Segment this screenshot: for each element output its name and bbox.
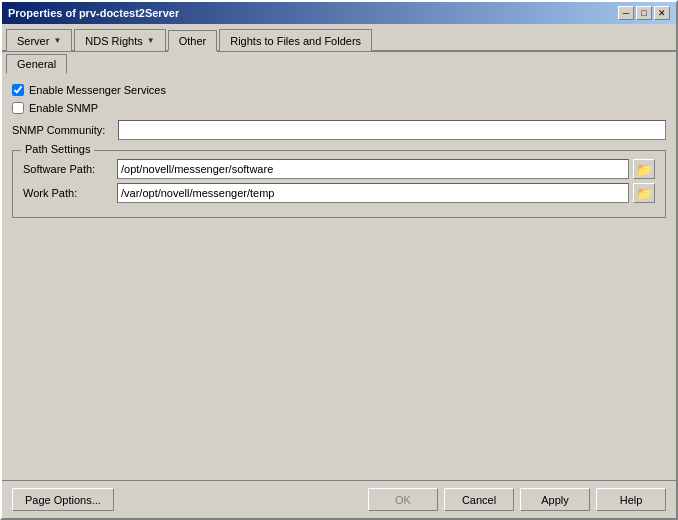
software-path-row: Software Path: 📁 [23,159,655,179]
tab-server-arrow: ▼ [53,36,61,45]
software-path-browse-button[interactable]: 📁 [633,159,655,179]
bottom-bar: Page Options... OK Cancel Apply Help [2,480,676,518]
tab-other-label: Other [179,35,207,47]
software-path-label: Software Path: [23,163,113,175]
enable-messenger-label: Enable Messenger Services [29,84,166,96]
help-button[interactable]: Help [596,488,666,511]
tab-nds-rights[interactable]: NDS Rights ▼ [74,29,165,51]
tab-nds-rights-arrow: ▼ [147,36,155,45]
title-bar: Properties of prv-doctest2Server ─ □ ✕ [2,2,676,24]
ok-button[interactable]: OK [368,488,438,511]
enable-messenger-row: Enable Messenger Services [12,84,666,96]
subtab-general[interactable]: General [6,54,67,74]
snmp-community-input[interactable] [118,120,666,140]
path-settings-legend: Path Settings [21,143,94,155]
close-button[interactable]: ✕ [654,6,670,20]
tab-server-label: Server [17,35,49,47]
content-area: Enable Messenger Services Enable SNMP SN… [2,74,676,480]
enable-snmp-checkbox[interactable] [12,102,24,114]
title-bar-buttons: ─ □ ✕ [618,6,670,20]
work-path-browse-button[interactable]: 📁 [633,183,655,203]
page-options-button[interactable]: Page Options... [12,488,114,511]
minimize-button[interactable]: ─ [618,6,634,20]
work-path-label: Work Path: [23,187,113,199]
enable-snmp-label: Enable SNMP [29,102,98,114]
work-path-row: Work Path: 📁 [23,183,655,203]
folder-icon: 📁 [636,162,652,177]
apply-button[interactable]: Apply [520,488,590,511]
maximize-button[interactable]: □ [636,6,652,20]
enable-messenger-checkbox[interactable] [12,84,24,96]
snmp-community-label: SNMP Community: [12,124,112,136]
path-settings-group: Path Settings Software Path: 📁 Work Path… [12,150,666,218]
tab-other[interactable]: Other [168,30,218,52]
dialog-window: Properties of prv-doctest2Server ─ □ ✕ S… [0,0,678,520]
tab-rights-files[interactable]: Rights to Files and Folders [219,29,372,51]
tab-rights-files-label: Rights to Files and Folders [230,35,361,47]
snmp-community-row: SNMP Community: [12,120,666,140]
software-path-input[interactable] [117,159,629,179]
folder-icon-2: 📁 [636,186,652,201]
tab-bar: Server ▼ NDS Rights ▼ Other Rights to Fi… [2,24,676,52]
tab-server[interactable]: Server ▼ [6,29,72,51]
cancel-button[interactable]: Cancel [444,488,514,511]
subtab-general-label: General [17,58,56,70]
enable-snmp-row: Enable SNMP [12,102,666,114]
subtab-row: General [2,52,676,74]
window-title: Properties of prv-doctest2Server [8,7,179,19]
work-path-input[interactable] [117,183,629,203]
tab-nds-rights-label: NDS Rights [85,35,142,47]
